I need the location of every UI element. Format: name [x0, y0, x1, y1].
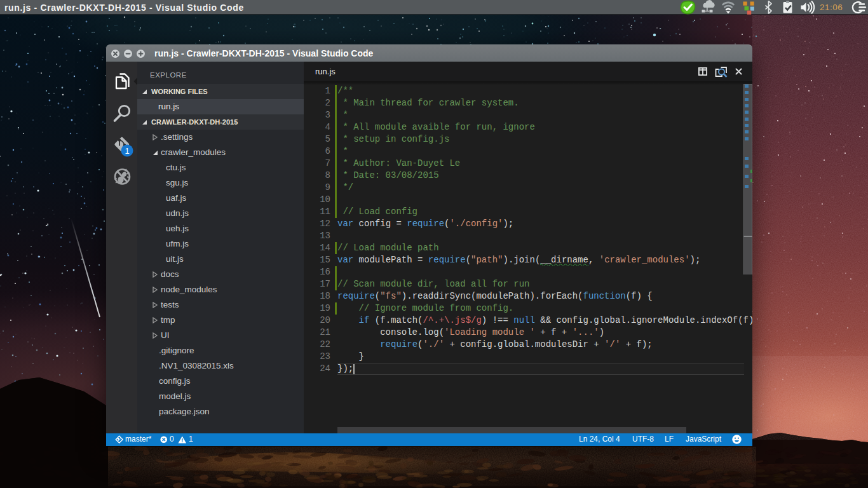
svg-text:1: 1: [125, 146, 129, 156]
